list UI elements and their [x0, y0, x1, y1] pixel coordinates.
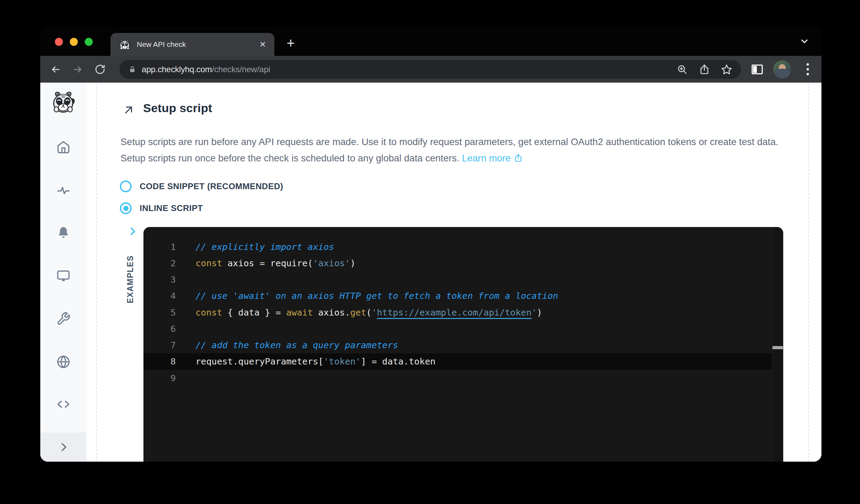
side-panel-button[interactable]	[752, 65, 763, 74]
section-heading: Setup script	[143, 101, 212, 115]
line-number: 3	[143, 274, 176, 285]
app-sidebar	[40, 83, 86, 462]
editor-scrollbar-thumb[interactable]	[772, 346, 783, 349]
radio-label: INLINE SCRIPT	[140, 203, 203, 213]
sidebar-expand-button[interactable]	[40, 432, 86, 462]
tab-close-icon[interactable]: ✕	[259, 41, 266, 49]
line-number: 9	[143, 373, 176, 383]
side-panel-icon	[752, 65, 763, 74]
minimize-window-button[interactable]	[70, 38, 78, 46]
traffic-lights	[55, 38, 93, 46]
new-tab-button[interactable]: +	[282, 35, 299, 51]
editor-scrollbar[interactable]	[772, 227, 783, 462]
code-line[interactable]: 6	[143, 320, 783, 337]
line-number: 7	[143, 340, 176, 350]
home-icon	[56, 140, 71, 154]
code-line[interactable]: 9	[143, 370, 783, 386]
dashed-divider-right	[808, 83, 809, 462]
section-arrow-icon	[123, 104, 134, 116]
radio-option-inline-script[interactable]: INLINE SCRIPT	[120, 202, 203, 215]
radio-label: CODE SNIPPET (RECOMMENDED)	[140, 182, 283, 191]
code-line[interactable]: 5const { data } = await axios.get('https…	[143, 304, 783, 320]
code-editor[interactable]: 1// explicitly import axios2const axios …	[143, 227, 783, 462]
checkly-logo[interactable]	[51, 90, 75, 114]
dashed-divider-left	[96, 83, 97, 462]
sidebar-item-home[interactable]	[56, 140, 71, 154]
url-text: app.checklyhq.com/checks/new/api	[142, 65, 270, 74]
code-line[interactable]: 3	[143, 271, 783, 288]
sidebar-item-maintenance[interactable]	[56, 312, 71, 326]
learn-more-link[interactable]: Learn more	[462, 153, 511, 163]
activity-pulse-icon	[56, 183, 71, 198]
avatar	[773, 60, 791, 78]
code-line[interactable]: 8request.queryParameters['token'] = data…	[143, 353, 783, 370]
reload-icon	[95, 64, 105, 75]
code-line[interactable]: 7// add the token as a query parameters	[143, 337, 783, 353]
sidebar-item-dashboards[interactable]	[56, 269, 71, 283]
radio-button[interactable]	[120, 202, 132, 214]
checkly-raccoon-icon	[119, 39, 131, 50]
code-line[interactable]: 1// explicitly import axios	[143, 238, 783, 255]
radio-button[interactable]	[120, 180, 132, 192]
profile-avatar[interactable]	[773, 60, 791, 78]
code-text: // use 'await' on an axios HTTP get to f…	[196, 291, 558, 301]
code-text: // add the token as a query parameters	[196, 340, 398, 350]
code-text: const axios = require('axios')	[196, 258, 356, 268]
monitor-icon	[56, 269, 71, 283]
address-bar[interactable]: app.checklyhq.com/checks/new/api	[119, 60, 741, 79]
radio-option-code-snippet[interactable]: CODE SNIPPET (RECOMMENDED)	[120, 180, 283, 193]
line-number: 1	[143, 242, 176, 252]
close-window-button[interactable]	[55, 38, 63, 46]
back-arrow-icon	[50, 64, 61, 75]
maintenance-wrench-icon	[56, 312, 71, 326]
tabstrip-chevron-down-icon[interactable]	[799, 36, 810, 47]
code-icon	[56, 397, 71, 411]
bookmark-star-icon[interactable]	[721, 64, 732, 75]
sidebar-item-snippets[interactable]	[56, 397, 71, 411]
notifications-bell-icon	[56, 226, 71, 240]
forward-arrow-icon	[73, 64, 83, 75]
code-line[interactable]: 4// use 'await' on an axios HTTP get to …	[143, 288, 783, 304]
sidebar-item-private-locations[interactable]	[56, 355, 71, 369]
external-link-icon	[514, 153, 523, 162]
code-text: const { data } = await axios.get('https:…	[196, 307, 542, 318]
code-text: // explicitly import axios	[196, 242, 334, 252]
browser-tab[interactable]: New API check ✕	[110, 33, 274, 56]
overflow-menu-button[interactable]	[802, 63, 814, 75]
globe-icon	[56, 355, 71, 369]
line-number: 4	[143, 291, 176, 301]
browser-toolbar: app.checklyhq.com/checks/new/api	[40, 56, 821, 83]
browser-window: New API check ✕ + app.checklyhq.com/chec…	[40, 26, 821, 462]
url-host: app.checklyhq.com	[142, 65, 212, 74]
forward-button[interactable]	[70, 62, 85, 77]
line-number: 2	[143, 258, 176, 268]
line-number: 5	[143, 307, 176, 318]
line-number: 8	[143, 356, 176, 367]
code-text: request.queryParameters['token'] = data.…	[196, 356, 436, 367]
examples-panel-label[interactable]: EXAMPLES	[126, 235, 135, 323]
tab-title: New API check	[137, 40, 259, 49]
share-icon[interactable]	[699, 64, 710, 75]
line-number: 6	[143, 324, 176, 334]
maximize-window-button[interactable]	[85, 38, 93, 46]
expand-chevron-icon	[58, 441, 69, 453]
lock-icon	[129, 66, 136, 73]
tab-strip: New API check ✕ +	[40, 26, 821, 56]
reload-button[interactable]	[92, 62, 108, 77]
section-description: Setup scripts are run before any API req…	[121, 134, 793, 166]
sidebar-item-alerts[interactable]	[56, 226, 71, 240]
main-panel: Setup script Setup scripts are run befor…	[86, 83, 821, 462]
back-button[interactable]	[48, 62, 63, 77]
sidebar-item-monitoring[interactable]	[56, 183, 71, 198]
code-line[interactable]: 2const axios = require('axios')	[143, 255, 783, 271]
url-path: /checks/new/api	[212, 65, 270, 74]
zoom-in-icon[interactable]	[677, 64, 688, 75]
